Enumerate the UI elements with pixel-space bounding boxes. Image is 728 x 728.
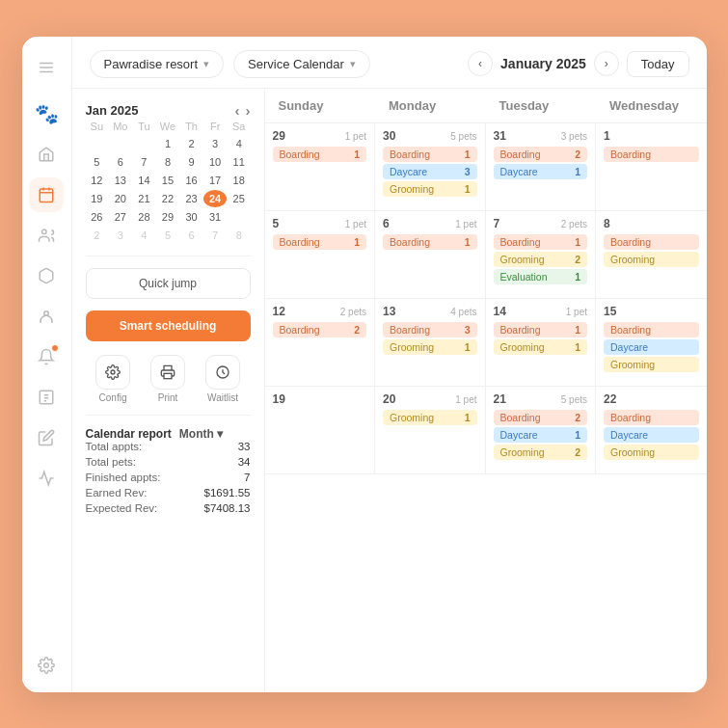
event-pill-grooming[interactable]: Grooming1 <box>383 181 477 197</box>
mini-cal-day[interactable]: 11 <box>228 153 251 171</box>
calendar-cell[interactable]: 122 petsBoarding2 <box>265 299 376 386</box>
calendar-cell[interactable]: 15BoardingDaycareGrooming <box>596 299 707 386</box>
event-pill-evaluation[interactable]: Evaluation1 <box>494 269 588 284</box>
mini-cal-day[interactable]: 23 <box>180 190 203 207</box>
event-pill-grooming[interactable]: Grooming <box>604 445 699 460</box>
event-pill-daycare[interactable]: Daycare3 <box>383 164 477 179</box>
mini-cal-prev[interactable]: ‹ <box>235 102 240 119</box>
mini-cal-day[interactable]: 28 <box>133 208 156 226</box>
mini-cal-day[interactable]: 22 <box>156 190 179 207</box>
settings-icon[interactable] <box>29 648 64 683</box>
mini-cal-day[interactable]: 7 <box>203 227 227 244</box>
event-pill-boarding[interactable]: Boarding1 <box>273 147 367 162</box>
mini-cal-day[interactable] <box>109 135 132 152</box>
event-pill-boarding[interactable]: Boarding <box>604 234 699 250</box>
mini-cal-day[interactable]: 12 <box>86 172 109 189</box>
calendar-cell[interactable]: 291 petBoarding1 <box>265 123 376 210</box>
notifications-icon[interactable] <box>29 339 64 374</box>
mini-cal-day[interactable]: 4 <box>228 135 251 152</box>
mini-cal-day[interactable]: 20 <box>109 190 132 207</box>
event-pill-grooming[interactable]: Grooming <box>604 252 699 267</box>
mini-cal-day[interactable]: 9 <box>180 153 203 171</box>
calendar-cell[interactable]: 72 petsBoarding1Grooming2Evaluation1 <box>486 211 597 298</box>
people-icon[interactable] <box>29 218 64 253</box>
calendar-cell[interactable]: 201 petGrooming1 <box>375 387 486 473</box>
event-pill-daycare[interactable]: Daycare1 <box>494 427 588 443</box>
event-pill-boarding[interactable]: Boarding2 <box>494 410 588 425</box>
smart-scheduling-button[interactable]: Smart scheduling <box>86 310 251 341</box>
event-pill-grooming[interactable]: Grooming2 <box>494 445 588 460</box>
mini-cal-day[interactable]: 19 <box>86 190 109 207</box>
event-pill-grooming[interactable]: Grooming1 <box>494 339 588 355</box>
mini-cal-day[interactable]: 15 <box>156 172 179 189</box>
calendar-cell[interactable]: 313 petsBoarding2Daycare1 <box>486 123 597 210</box>
mini-cal-day[interactable]: 24 <box>203 190 227 207</box>
report-period-selector[interactable]: Month ▾ <box>179 427 223 441</box>
edit-icon[interactable] <box>29 420 64 455</box>
calendar-cell[interactable]: 305 petsBoarding1Daycare3Grooming1 <box>375 123 486 210</box>
event-pill-boarding[interactable]: Boarding <box>604 147 699 162</box>
event-pill-boarding[interactable]: Boarding1 <box>383 147 477 162</box>
print-action[interactable]: Print <box>150 355 185 403</box>
event-pill-boarding[interactable]: Boarding1 <box>494 322 588 337</box>
mini-cal-day[interactable]: 14 <box>133 172 156 189</box>
mini-cal-day[interactable]: 17 <box>203 172 227 189</box>
mini-cal-day[interactable]: 5 <box>86 153 109 171</box>
mini-cal-day[interactable]: 3 <box>109 227 132 244</box>
location-selector[interactable]: Pawradise resort ▾ <box>90 50 225 78</box>
mini-cal-day[interactable]: 13 <box>109 172 132 189</box>
mini-cal-day[interactable]: 26 <box>86 208 109 226</box>
event-pill-grooming[interactable]: Grooming1 <box>383 410 477 425</box>
event-pill-grooming[interactable]: Grooming1 <box>383 339 477 355</box>
mini-cal-day[interactable]: 6 <box>180 227 203 244</box>
event-pill-boarding[interactable]: Boarding2 <box>273 322 367 337</box>
today-button[interactable]: Today <box>627 51 689 77</box>
mini-cal-day[interactable]: 5 <box>156 227 179 244</box>
mini-cal-next[interactable]: › <box>246 102 251 119</box>
mini-cal-day[interactable]: 8 <box>228 227 251 244</box>
next-month-button[interactable]: › <box>594 51 619 76</box>
event-pill-grooming[interactable]: Grooming2 <box>494 252 588 267</box>
calendar-cell[interactable]: 141 petBoarding1Grooming1 <box>486 299 597 386</box>
reports-icon[interactable] <box>29 380 64 415</box>
event-pill-boarding[interactable]: Boarding3 <box>383 322 477 337</box>
event-pill-boarding[interactable]: Boarding2 <box>494 147 588 162</box>
products-icon[interactable] <box>29 258 64 293</box>
event-pill-daycare[interactable]: Daycare <box>604 427 699 443</box>
calendar-cell[interactable]: 61 petBoarding1 <box>375 211 486 298</box>
teams-icon[interactable] <box>29 299 64 334</box>
event-pill-boarding[interactable]: Boarding1 <box>383 234 477 250</box>
quick-jump-button[interactable]: Quick jump <box>86 268 251 299</box>
calendar-cell[interactable]: 134 petsBoarding3Grooming1 <box>375 299 486 386</box>
mini-cal-day[interactable]: 29 <box>156 208 179 226</box>
mini-cal-day[interactable]: 3 <box>203 135 227 152</box>
prev-month-button[interactable]: ‹ <box>468 51 493 76</box>
event-pill-boarding[interactable]: Boarding <box>604 322 699 337</box>
mini-cal-day[interactable]: 4 <box>133 227 156 244</box>
calendar-cell[interactable]: 215 petsBoarding2Daycare1Grooming2 <box>486 387 597 473</box>
mini-cal-day[interactable]: 16 <box>180 172 203 189</box>
mini-cal-day[interactable]: 21 <box>133 190 156 207</box>
event-pill-daycare[interactable]: Daycare <box>604 339 699 355</box>
mini-cal-day[interactable]: 18 <box>228 172 251 189</box>
mini-cal-day[interactable]: 10 <box>203 153 227 171</box>
config-action[interactable]: Config <box>95 355 130 403</box>
home-icon[interactable] <box>29 137 64 172</box>
mini-cal-day[interactable]: 25 <box>228 190 251 207</box>
calendar-cell[interactable]: 22BoardingDaycareGrooming <box>596 387 707 473</box>
event-pill-boarding[interactable]: Boarding1 <box>494 234 588 250</box>
mini-cal-day[interactable] <box>133 135 156 152</box>
mini-cal-day[interactable]: 2 <box>180 135 203 152</box>
mini-cal-day[interactable] <box>86 135 109 152</box>
event-pill-boarding[interactable]: Boarding1 <box>273 234 367 250</box>
calendar-cell[interactable]: 1Boarding <box>596 123 707 210</box>
calendar-cell[interactable]: 19 <box>265 387 376 473</box>
mini-cal-day[interactable]: 7 <box>133 153 156 171</box>
calendar-cell[interactable]: 8BoardingGrooming <box>596 211 707 298</box>
mini-cal-day[interactable]: 8 <box>156 153 179 171</box>
event-pill-daycare[interactable]: Daycare1 <box>494 164 588 179</box>
mini-cal-day[interactable]: 1 <box>156 135 179 152</box>
mini-cal-day[interactable]: 27 <box>109 208 132 226</box>
mini-cal-day[interactable] <box>228 208 251 226</box>
mini-cal-day[interactable]: 6 <box>109 153 132 171</box>
